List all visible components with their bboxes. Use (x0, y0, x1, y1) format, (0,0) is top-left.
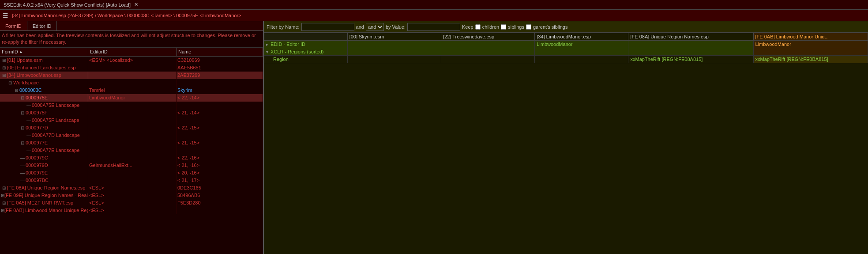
expand-icon[interactable]: ⊟ (19, 140, 26, 145)
right-grid[interactable]: [00] Skyrim.esm [22] Treeswinedave.esp [… (264, 33, 868, 254)
filter-value-input[interactable] (407, 23, 460, 31)
menu-bar: ☰ [34] LimbwoodManor.esp (2AE37299) \ Wo… (0, 10, 868, 21)
list-item[interactable]: —0000A75E Landscape (0, 102, 263, 109)
main-layout: FormID Editor ID A filter has been appli… (0, 21, 868, 254)
edid-colfe08a (628, 41, 753, 48)
list-item[interactable]: ⊞[FE 08A] Unique Region Names.esp<ESL>0D… (0, 184, 263, 192)
table-header: [00] Skyrim.esm [22] Treeswinedave.esp [… (264, 33, 868, 41)
list-item[interactable]: —0000A77D Landscape (0, 132, 263, 139)
sort-arrow-icon: ▲ (19, 49, 23, 54)
list-item[interactable]: ⊟[34] LimbwoodManor.esp2AE37299 (0, 72, 263, 79)
list-item[interactable]: ⊞[0E] Enhanced Landscapes.espAAE5B651 (0, 64, 263, 72)
expand-icon[interactable]: ⊞ (1, 58, 7, 63)
list-item[interactable]: —0000979E< 20, -16> (0, 169, 263, 177)
title-bar: SSEEdit 4.0.2 x64 (Very Quick Show Confl… (0, 0, 868, 10)
parent-siblings-checkbox[interactable] (526, 24, 531, 30)
list-item[interactable]: ⊞[FE 0A5] MEZF UNR RWT.esp<ESL>F5E3D280 (0, 199, 263, 207)
expand-icon[interactable]: — (19, 155, 26, 160)
list-item[interactable]: ⊞[FE 09E] Unique Region Names - Realisti… (0, 192, 263, 199)
expand-icon[interactable]: — (26, 103, 32, 108)
right-filter-bar: Filter by Name: and and or by Value: Kee… (264, 21, 868, 33)
left-panel: FormID Editor ID A filter has been appli… (0, 21, 264, 254)
title-text: SSEEdit 4.0.2 x64 (Very Quick Show Confl… (4, 2, 131, 8)
xclr-colfe0ab (753, 48, 868, 56)
tab-editorid[interactable]: Editor ID (27, 21, 57, 30)
expand-icon[interactable]: — (26, 133, 32, 138)
parent-siblings-label: garent's siblings (533, 24, 568, 30)
table-row[interactable]: ▸ EDID - Editor ID LimbwoodManor Limbwoo… (264, 41, 868, 48)
left-tabs: FormID Editor ID (0, 21, 263, 31)
edid-col00 (347, 41, 441, 48)
expand-icon[interactable]: ⊞ (1, 208, 4, 213)
region-label: Region (264, 56, 348, 63)
by-value-label: by Value: (386, 24, 406, 30)
list-item[interactable]: ⊟Worldspace (0, 79, 263, 87)
siblings-checkbox[interactable] (501, 24, 506, 30)
list-item[interactable]: —0000979C< 22, -16> (0, 154, 263, 162)
tree-content[interactable]: ⊞[01] Update.esm<ESM> <Localized>C321096… (0, 57, 263, 254)
table-row[interactable]: ▾ XCLR - Regions (sorted) (264, 48, 868, 56)
data-table: [00] Skyrim.esm [22] Treeswinedave.esp [… (264, 33, 868, 63)
col-22-header: [22] Treeswinedave.esp (441, 33, 534, 41)
list-item[interactable]: ⊞[FE 0AB] Limbwood Manor Unique Region N… (0, 207, 263, 214)
region-col22 (441, 56, 534, 63)
tree-header: FormID ▲ EditorID Name (0, 48, 263, 57)
region-colfe08a: xxMapTheRift [REGN:FE08A815] (628, 56, 753, 63)
edid-label: ▸ EDID - Editor ID (264, 41, 348, 48)
xclr-colfe08a (628, 48, 753, 56)
menu-icon[interactable]: ☰ (3, 12, 8, 19)
expand-icon[interactable]: ⊟ (7, 80, 13, 85)
siblings-label: siblings (508, 24, 524, 30)
expand-icon[interactable]: — (19, 178, 26, 183)
xclr-col34 (535, 48, 628, 56)
list-item[interactable]: ⊟0000003CTamrielSkyrim (0, 87, 263, 94)
expand-icon[interactable]: ⊞ (1, 186, 7, 190)
filter-message: A filter has been applied. The treeview … (0, 31, 263, 48)
expand-icon[interactable]: ⊟ (1, 73, 7, 78)
breadcrumb: [34] LimbwoodManor.esp (2AE37299) \ Worl… (12, 13, 241, 18)
list-item[interactable]: ⊟0000977D< 22, -15> (0, 124, 263, 132)
expand-icon[interactable]: ⊞ (1, 65, 7, 70)
expand-icon[interactable]: ⊟ (19, 95, 26, 100)
expand-icon[interactable]: — (19, 163, 26, 168)
right-panel: Filter by Name: and and or by Value: Kee… (264, 21, 868, 254)
region-col00 (347, 56, 441, 63)
keep-group: Keep children siblings garent's siblings (462, 24, 567, 30)
and-dropdown[interactable]: and or (366, 23, 384, 31)
col-34-header: [34] LimbwoodManor.esp (535, 33, 628, 41)
children-label: children (482, 24, 500, 30)
list-item[interactable]: —000097BC< 21, -17> (0, 177, 263, 184)
edid-colfe0ab: LimbwoodManor (753, 41, 868, 48)
expand-icon[interactable]: ⊞ (1, 193, 4, 198)
filter-name-input[interactable] (301, 23, 354, 31)
children-checkbox[interactable] (475, 24, 481, 30)
list-item[interactable]: ⊞[01] Update.esm<ESM> <Localized>C321096… (0, 57, 263, 64)
list-item[interactable]: ⊟0000975F< 21, -14> (0, 109, 263, 117)
list-item[interactable]: ⊟0000977E< 21, -15> (0, 139, 263, 147)
list-item[interactable]: ⊟0000975ELimbwoodManor< 22, -14> (0, 94, 263, 102)
col-fe08a-header: [FE 08A] Unique Region Names.esp (628, 33, 753, 41)
region-col34 (535, 56, 628, 63)
list-item[interactable]: —0000979DGeirmundsHallExt...< 21, -16> (0, 162, 263, 169)
expand-icon[interactable]: — (26, 118, 32, 123)
expand-icon[interactable]: — (19, 171, 26, 175)
expand-icon[interactable]: ⊟ (19, 125, 26, 130)
close-button[interactable]: ✕ (131, 2, 142, 8)
expand-icon[interactable]: — (26, 148, 32, 153)
table-body: ▸ EDID - Editor ID LimbwoodManor Limbwoo… (264, 41, 868, 63)
table-row[interactable]: Region xxMapTheRift [REGN:FE08A815] xxMa… (264, 56, 868, 63)
expand-icon[interactable]: ⊟ (13, 88, 19, 93)
expand-icon[interactable]: ⊟ (19, 110, 26, 115)
xclr-col00 (347, 48, 441, 56)
filter-by-name-label: Filter by Name: (267, 24, 300, 30)
edid-col34: LimbwoodManor (535, 41, 628, 48)
tree-header-formid: FormID ▲ (0, 48, 88, 56)
list-item[interactable]: —0000A75F Landscape (0, 117, 263, 124)
col-label-header (264, 33, 348, 41)
list-item[interactable]: —0000A77E Landscape (0, 147, 263, 154)
region-colfe0ab: xxMapTheRift [REGN:FE0BA815] (753, 56, 868, 63)
xclr-label: ▾ XCLR - Regions (sorted) (264, 48, 348, 56)
expand-icon[interactable]: ⊞ (1, 201, 7, 205)
tab-formid[interactable]: FormID (0, 21, 27, 30)
edid-col22 (441, 41, 534, 48)
